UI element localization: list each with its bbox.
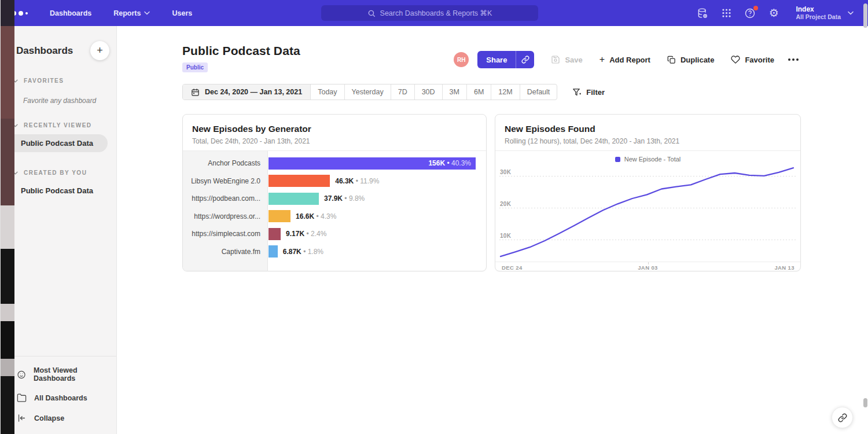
most-viewed-dashboards-button[interactable]: Most Viewed Dashboards	[5, 361, 116, 388]
bar-fill	[269, 210, 290, 222]
bar-category-label: Captivate.fm	[183, 248, 268, 256]
section-created-by-you[interactable]: CREATED BY YOU	[5, 170, 116, 176]
share-link-button[interactable]	[516, 51, 534, 68]
bar-value-label: 9.17K • 2.4%	[286, 230, 326, 238]
bar-chart: Anchor Podcasts156K • 40.3%Libsyn WebEng…	[183, 151, 486, 271]
link-icon	[838, 413, 847, 422]
data-management-icon[interactable]	[696, 7, 709, 20]
project-name: Index	[796, 5, 841, 13]
y-tick-label: 10K	[500, 233, 511, 239]
date-range-picker[interactable]: Dec 24, 2020 — Jan 13, 2021	[183, 84, 310, 100]
date-presets: TodayYesterday7D30D3M6M12MDefault	[310, 84, 557, 100]
help-icon[interactable]	[744, 7, 756, 20]
settings-gear-icon[interactable]: ⚙	[767, 7, 780, 20]
bar-track[interactable]: 6.87K • 1.8%	[269, 245, 486, 258]
line-chart-legend[interactable]: New Episode - Total	[495, 153, 800, 165]
sidebar: Dashboards + FAVORITES Favorite any dash…	[5, 26, 117, 434]
notification-dot	[753, 6, 758, 10]
bar-value-label: 37.9K • 9.8%	[324, 194, 365, 203]
section-favorites[interactable]: FAVORITES	[5, 78, 116, 84]
bar-track[interactable]: 46.3K • 11.9%	[269, 175, 486, 187]
line-chart-svg	[499, 167, 797, 262]
search-placeholder: Search Dashboards & Reports ⌘K	[380, 9, 492, 17]
bar-track[interactable]: 9.17K • 2.4%	[269, 228, 486, 240]
preset-yesterday[interactable]: Yesterday	[344, 84, 391, 100]
bar-row: Captivate.fm6.87K • 1.8%	[183, 243, 486, 261]
section-recently-viewed[interactable]: RECENTLY VIEWED	[5, 122, 116, 128]
x-tick-label: JAN 13	[774, 264, 795, 271]
project-selector[interactable]: Index All Project Data	[796, 5, 854, 21]
preset-today[interactable]: Today	[310, 84, 344, 100]
floating-link-button[interactable]	[832, 407, 853, 428]
bar-row: Anchor Podcasts156K • 40.3%	[183, 155, 486, 172]
plus-icon: +	[599, 54, 605, 65]
preset-12m[interactable]: 12M	[491, 84, 519, 100]
search-icon	[367, 9, 376, 17]
bar-track[interactable]: 37.9K • 9.8%	[269, 193, 486, 205]
scrollbar-end	[863, 398, 867, 407]
bar-category-label: https://podbean.com...	[183, 194, 268, 203]
y-tick-label: 30K	[500, 169, 511, 175]
bar-fill	[269, 175, 330, 187]
bar-track[interactable]: 16.6K • 4.3%	[269, 210, 486, 222]
more-options-button[interactable]	[787, 55, 800, 64]
bar-row: https://simplecast.com9.17K • 2.4%	[183, 225, 486, 243]
line-chart-x-axis: DEC 24 JAN 03 JAN 13	[495, 262, 800, 271]
all-dashboards-button[interactable]: All Dashboards	[5, 388, 116, 408]
share-button[interactable]: Share	[477, 51, 516, 68]
collapse-icon	[17, 413, 27, 423]
legend-swatch	[615, 157, 620, 162]
nav-reports[interactable]: Reports	[113, 9, 150, 17]
bar-chart-subtitle: Total, Dec 24th, 2020 - Jan 13th, 2021	[192, 137, 477, 145]
link-icon	[521, 56, 529, 64]
line-chart-plot: 10K20K30K	[495, 167, 800, 262]
duplicate-button[interactable]: Duplicate	[667, 56, 715, 64]
copy-icon	[667, 56, 676, 64]
apps-grid-icon[interactable]	[720, 7, 733, 20]
controls-row: Dec 24, 2020 — Jan 13, 2021 TodayYesterd…	[182, 84, 867, 100]
bar-value-label: 16.6K • 4.3%	[296, 212, 336, 220]
y-tick-label: 20K	[500, 201, 511, 207]
filter-button[interactable]: Filter	[572, 88, 605, 97]
calendar-icon	[191, 88, 200, 97]
scrollbar-thumb[interactable]	[863, 3, 867, 28]
favorite-button[interactable]: Favorite	[731, 55, 774, 64]
avatar[interactable]: RH	[454, 52, 469, 67]
project-subtitle: All Project Data	[796, 13, 841, 21]
bar-fill	[269, 245, 278, 258]
bar-row: https://podbean.com...37.9K • 9.8%	[183, 190, 486, 208]
bar-chart-title: New Episodes by Generator	[192, 124, 477, 134]
bar-category-label: https://wordpress.or...	[183, 212, 268, 220]
filter-funnel-icon	[572, 88, 582, 97]
favorites-empty-note: Favorite any dashboard	[23, 97, 116, 105]
x-tick-label: DEC 24	[502, 264, 523, 271]
background-window-strip	[0, 0, 5, 434]
bar-value-label: 156K • 40.3%	[428, 159, 471, 167]
sidebar-item-public-podcast-data[interactable]: Public Podcast Data	[5, 134, 108, 152]
preset-30d[interactable]: 30D	[414, 84, 442, 100]
nav-users[interactable]: Users	[172, 9, 192, 17]
public-badge: Public	[182, 62, 208, 72]
collapse-sidebar-button[interactable]: Collapse	[5, 408, 116, 428]
preset-default[interactable]: Default	[520, 84, 557, 100]
bar-category-label: Anchor Podcasts	[183, 159, 268, 167]
bar-fill	[269, 193, 319, 205]
preset-3m[interactable]: 3M	[442, 84, 466, 100]
add-dashboard-button[interactable]: +	[90, 41, 109, 60]
line-chart-title: New Episodes Found	[505, 124, 791, 134]
add-report-button[interactable]: + Add Report	[599, 54, 650, 65]
save-button[interactable]: Save	[551, 55, 582, 64]
bar-chart-card: New Episodes by Generator Total, Dec 24t…	[182, 114, 487, 271]
bar-value-label: 6.87K • 1.8%	[283, 248, 323, 256]
line-chart-subtitle: Rolling (12 hours), total, Dec 24th, 202…	[505, 137, 791, 145]
folder-icon	[17, 393, 27, 403]
preset-7d[interactable]: 7D	[391, 84, 414, 100]
bar-track[interactable]: 156K • 40.3%	[269, 157, 486, 170]
top-nav: Dashboards Reports Users Search Dashboar…	[0, 0, 868, 26]
bar-row: Libsyn WebEngine 2.046.3K • 11.9%	[183, 172, 486, 190]
preset-6m[interactable]: 6M	[466, 84, 491, 100]
sidebar-item-public-podcast-data-created[interactable]: Public Podcast Data	[5, 182, 116, 200]
nav-dashboards[interactable]: Dashboards	[50, 9, 91, 17]
search-input[interactable]: Search Dashboards & Reports ⌘K	[321, 5, 538, 21]
mixpanel-logo[interactable]	[12, 11, 35, 16]
